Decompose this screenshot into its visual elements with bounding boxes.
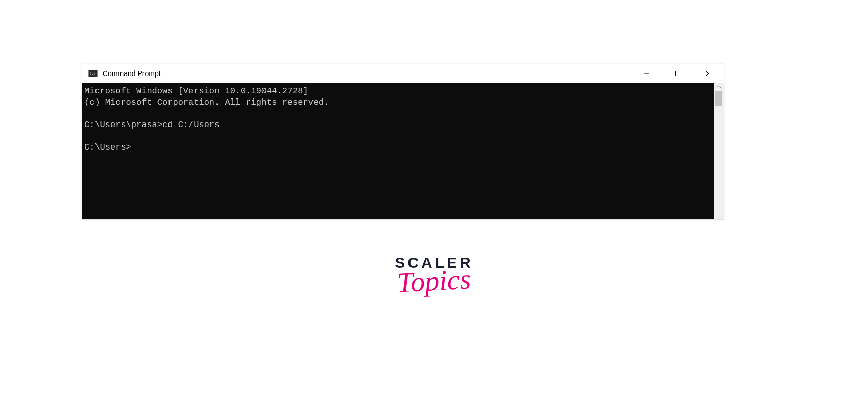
svg-rect-1: [676, 71, 680, 76]
scroll-up-icon[interactable]: ヘ: [714, 84, 724, 90]
terminal-container: Microsoft Windows [Version 10.0.19044.27…: [82, 83, 724, 219]
maximize-button[interactable]: [662, 64, 693, 83]
scroll-thumb[interactable]: [715, 91, 722, 106]
minimize-button[interactable]: [632, 64, 662, 83]
cmd-icon: [88, 70, 98, 77]
close-button[interactable]: [693, 64, 724, 83]
terminal-line: (c) Microsoft Corporation. All rights re…: [84, 97, 329, 107]
terminal-line: C:\Users>: [84, 142, 131, 152]
window-controls: [632, 64, 724, 83]
scrollbar[interactable]: ヘ: [714, 83, 724, 219]
terminal-output[interactable]: Microsoft Windows [Version 10.0.19044.27…: [82, 83, 714, 219]
logo-text-topics: Topics: [394, 264, 474, 297]
close-icon: [705, 70, 711, 77]
terminal-line: C:\Users\prasa>cd C:/Users: [84, 120, 220, 130]
terminal-line: Microsoft Windows [Version 10.0.19044.27…: [84, 86, 308, 96]
titlebar[interactable]: Command Prompt: [82, 64, 724, 83]
maximize-icon: [674, 70, 681, 77]
scaler-topics-logo: SCALER Topics: [395, 254, 473, 295]
window-title: Command Prompt: [103, 69, 632, 78]
command-prompt-window: Command Prompt Microsoft Windows [Versio…: [82, 64, 724, 220]
minimize-icon: [644, 70, 650, 77]
